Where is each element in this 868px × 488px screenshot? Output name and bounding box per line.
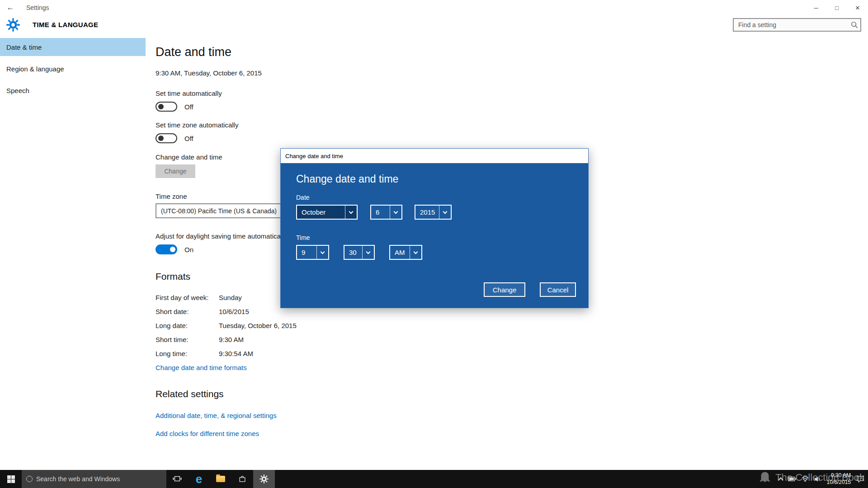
action-center-icon[interactable]	[856, 475, 864, 483]
toggle-state-label: Off	[184, 103, 193, 111]
maximize-button[interactable]: □	[826, 0, 847, 15]
edge-button[interactable]: e	[188, 470, 210, 488]
store-bag-icon	[238, 475, 246, 483]
dialog-change-button[interactable]: Change	[484, 282, 525, 297]
maximize-icon: □	[835, 5, 839, 11]
minimize-button[interactable]: ─	[806, 0, 826, 15]
timezone-label: Time zone	[156, 192, 187, 200]
format-row: Long date:Tuesday, October 6, 2015	[156, 319, 297, 333]
dialog-titlebar: Change date and time	[281, 149, 588, 163]
hour-select[interactable]: 9	[296, 245, 329, 260]
task-view-icon	[173, 475, 182, 483]
page-section-title: TIME & LANGUAGE	[33, 21, 98, 28]
minute-select[interactable]: 30	[344, 245, 375, 260]
year-value: 2015	[420, 208, 435, 216]
settings-app-button[interactable]	[253, 470, 275, 488]
time-row: 9 30 AM	[296, 245, 422, 260]
hour-value: 9	[302, 249, 305, 256]
set-tz-auto-row: Off	[156, 133, 193, 143]
window-controls: ─ □ ✕	[806, 0, 868, 15]
taskbar-searchbox[interactable]	[22, 470, 166, 488]
window-title: Settings	[26, 0, 49, 15]
change-datetime-button[interactable]: Change	[156, 164, 195, 178]
toggle-state-label: Off	[184, 135, 193, 142]
toggle-knob	[158, 104, 164, 109]
window-titlebar: ← Settings ─ □ ✕	[0, 0, 868, 15]
taskbar: e	[0, 470, 868, 488]
set-time-auto-label: Set time automatically	[156, 89, 222, 97]
sidebar-item-speech[interactable]: Speech	[0, 81, 146, 99]
sidebar-item-date-time[interactable]: Date & time	[0, 38, 146, 56]
format-value: 10/6/2015	[219, 308, 249, 315]
search-input[interactable]	[734, 21, 849, 28]
format-value: Tuesday, October 6, 2015	[219, 322, 297, 329]
format-value: 9:30:54 AM	[219, 350, 253, 357]
system-tray: 9:30 AM 10/6/2015	[779, 470, 868, 488]
toggle-knob	[170, 247, 175, 252]
back-button[interactable]: ←	[0, 0, 21, 15]
additional-settings-link[interactable]: Additional date, time, & regional settin…	[156, 412, 277, 419]
set-tz-auto-label: Set time zone automatically	[156, 121, 238, 129]
clock-date: 10/6/2015	[827, 479, 851, 486]
close-button[interactable]: ✕	[847, 0, 868, 15]
date-label: Date	[296, 194, 310, 201]
clock-time: 9:30 AM	[827, 472, 851, 479]
dialog-body: Change date and time Date October 6 2015…	[281, 163, 588, 308]
taskbar-search-input[interactable]	[33, 475, 166, 483]
change-formats-link[interactable]: Change date and time formats	[156, 364, 247, 371]
start-button[interactable]	[0, 470, 22, 488]
chevron-down-icon	[390, 206, 401, 219]
set-time-auto-toggle[interactable]	[156, 102, 177, 112]
taskbar-clock[interactable]: 9:30 AM 10/6/2015	[827, 472, 851, 486]
format-label: Long date:	[156, 322, 219, 329]
cortana-icon	[26, 476, 33, 482]
timezone-value: (UTC-08:00) Pacific Time (US & Canada)	[161, 207, 277, 215]
format-row: Long time:9:30:54 AM	[156, 347, 297, 361]
format-label: First day of week:	[156, 294, 219, 301]
chevron-down-icon	[345, 206, 357, 219]
close-icon: ✕	[855, 5, 860, 11]
dst-toggle[interactable]	[156, 244, 177, 254]
month-value: October	[302, 208, 326, 216]
dst-label: Adjust for daylight saving time automati…	[156, 232, 287, 240]
day-value: 6	[376, 208, 379, 216]
set-time-auto-row: Off	[156, 102, 193, 112]
format-row: First day of week:Sunday	[156, 291, 297, 305]
store-button[interactable]	[231, 470, 253, 488]
settings-gear-icon	[259, 474, 269, 483]
chevron-down-icon	[410, 246, 421, 259]
windows-logo-icon	[7, 475, 15, 483]
format-value: Sunday	[219, 294, 242, 301]
volume-icon[interactable]	[814, 476, 821, 482]
month-select[interactable]: October	[296, 205, 358, 220]
ampm-select[interactable]: AM	[389, 245, 422, 260]
network-icon[interactable]	[802, 476, 809, 482]
search-icon[interactable]	[849, 21, 860, 29]
chevron-down-icon	[439, 206, 451, 219]
toggle-knob	[158, 136, 164, 141]
dialog-buttons: Change Cancel	[281, 282, 588, 297]
sidebar-item-label: Region & language	[6, 65, 64, 73]
sidebar-item-region-language[interactable]: Region & language	[0, 60, 146, 78]
dialog-cancel-button[interactable]: Cancel	[540, 282, 576, 297]
file-explorer-button[interactable]	[210, 470, 231, 488]
battery-icon[interactable]	[788, 476, 796, 482]
date-row: October 6 2015	[296, 205, 452, 220]
task-view-button[interactable]	[166, 470, 188, 488]
settings-gear-icon	[6, 18, 20, 32]
add-clocks-link[interactable]: Add clocks for different time zones	[156, 430, 259, 437]
formats-title: Formats	[156, 271, 190, 282]
change-datetime-dialog: Change date and time Change date and tim…	[280, 148, 589, 308]
find-setting-searchbox[interactable]	[733, 18, 861, 32]
day-select[interactable]: 6	[370, 205, 402, 220]
time-label: Time	[296, 234, 310, 241]
year-select[interactable]: 2015	[415, 205, 452, 220]
format-row: Short time:9:30 AM	[156, 333, 297, 347]
format-value: 9:30 AM	[219, 336, 244, 343]
show-hidden-icons-chevron[interactable]	[778, 477, 783, 482]
format-label: Short time:	[156, 336, 219, 343]
back-icon: ←	[7, 3, 14, 12]
current-datetime: 9:30 AM, Tuesday, October 6, 2015	[156, 69, 262, 77]
minute-value: 30	[349, 249, 357, 256]
set-tz-auto-toggle[interactable]	[156, 133, 177, 143]
